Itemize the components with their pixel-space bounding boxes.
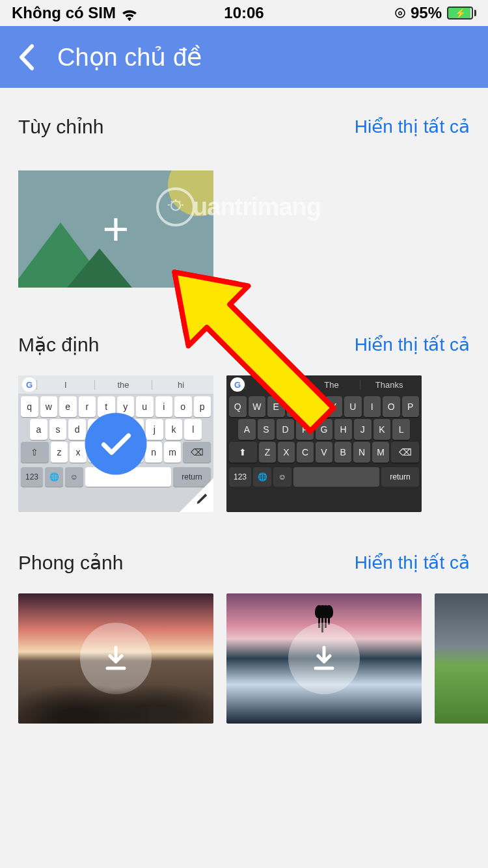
keyboard-key: N (353, 442, 370, 463)
keyboard-key: T (306, 396, 323, 417)
keyboard-key: d (68, 419, 86, 440)
suggestion: Thanks (360, 380, 418, 390)
keyboard-key: O (383, 396, 400, 417)
keyboard-key: V (316, 442, 332, 463)
keyboard-key: Y (325, 396, 343, 417)
keyboard-key: H (334, 419, 352, 440)
keyboard-key: x (70, 442, 87, 463)
keyboard-key: X (278, 442, 295, 463)
watermark-text: uantrimang (193, 193, 321, 221)
section-default: Mặc định Hiển thị tất cả G I the hi qwer… (0, 288, 488, 512)
app-header: Chọn chủ đề (0, 26, 488, 88)
keyboard-key: R (287, 396, 305, 417)
landscape-theme-3[interactable] (435, 593, 488, 724)
globe-icon: 🌐 (253, 467, 271, 487)
keyboard-key: j (146, 419, 163, 440)
svg-point-0 (171, 201, 180, 210)
keyboard-key: m (164, 442, 181, 463)
plus-icon: + (103, 206, 129, 252)
globe-icon: 🌐 (45, 467, 63, 487)
suggestion: I (36, 380, 94, 390)
edit-pencil-icon[interactable] (195, 491, 210, 508)
keyboard-key: n (145, 442, 162, 463)
keyboard-key: I (364, 396, 381, 417)
num-key: 123 (229, 467, 251, 487)
suggestion: hi (152, 380, 210, 390)
download-icon (288, 623, 360, 694)
keyboard-key: M (372, 442, 389, 463)
backspace-key-icon: ⌫ (183, 442, 211, 463)
section-title-custom: Tùy chỉnh (18, 115, 103, 138)
num-key: 123 (21, 467, 43, 487)
keyboard-key: q (21, 396, 38, 417)
watermark-bulb-icon (156, 187, 195, 226)
emoji-icon: ☺ (65, 467, 83, 487)
keyboard-key: k (165, 419, 183, 440)
keyboard-key: o (174, 396, 192, 417)
back-button[interactable] (7, 38, 46, 77)
battery-percent: 95% (411, 4, 442, 22)
show-all-custom[interactable]: Hiển thị tất cả (355, 116, 470, 137)
keyboard-key: s (49, 419, 67, 440)
download-icon (80, 623, 152, 694)
keyboard-key: E (267, 396, 285, 417)
show-all-default[interactable]: Hiển thị tất cả (355, 334, 470, 355)
suggestion: The (303, 380, 360, 390)
keyboard-key: a (30, 419, 47, 440)
emoji-icon: ☺ (273, 467, 291, 487)
keyboard-key: C (297, 442, 314, 463)
section-landscape: Phong cảnh Hiển thị tất cả (0, 512, 488, 724)
lock-icon: ⦾ (395, 6, 405, 21)
keyboard-key: K (373, 419, 391, 440)
keyboard-key: D (277, 419, 294, 440)
status-bar: Không có SIM 10:06 ⦾ 95% ⚡ (0, 0, 488, 26)
watermark: uantrimang (156, 187, 321, 226)
space-key (293, 467, 379, 487)
landscape-theme-1[interactable] (18, 593, 213, 724)
show-all-landscape[interactable]: Hiển thị tất cả (355, 552, 470, 573)
google-icon: G (230, 377, 245, 392)
keyboard-key: p (194, 396, 211, 417)
status-time: 10:06 (224, 4, 264, 22)
backspace-key-icon: ⌫ (391, 442, 419, 463)
theme-dark[interactable]: G I The Thanks QWERTYUIOP ASDFGHJKL ⬆ ZX… (226, 375, 422, 512)
keyboard-key: e (59, 396, 77, 417)
keyboard-key: S (258, 419, 275, 440)
keyboard-key: Z (259, 442, 276, 463)
keyboard-key: w (40, 396, 58, 417)
keyboard-key: Q (229, 396, 247, 417)
selected-checkmark-icon (85, 413, 147, 475)
keyboard-key: U (344, 396, 362, 417)
keyboard-key: B (334, 442, 351, 463)
keyboard-key: A (238, 419, 256, 440)
keyboard-key: L (392, 419, 410, 440)
carrier-text: Không có SIM (12, 4, 116, 22)
keyboard-key: G (316, 419, 333, 440)
keyboard-key: F (296, 419, 314, 440)
page-title: Chọn chủ đề (57, 43, 202, 72)
keyboard-key: l (184, 419, 202, 440)
section-title-default: Mặc định (18, 333, 99, 356)
battery-icon: ⚡ (447, 7, 476, 20)
section-title-landscape: Phong cảnh (18, 551, 123, 574)
return-key: return (381, 467, 419, 487)
keyboard-key: u (136, 396, 154, 417)
keyboard-key: P (402, 396, 420, 417)
keyboard-key: z (51, 442, 68, 463)
google-icon: G (22, 377, 36, 392)
keyboard-key: i (156, 396, 173, 417)
suggestion: the (94, 380, 152, 390)
keyboard-key: J (354, 419, 372, 440)
suggestion: I (245, 380, 303, 390)
landscape-theme-2[interactable] (226, 593, 422, 724)
shift-key-icon: ⬆ (229, 442, 257, 463)
keyboard-key: W (249, 396, 266, 417)
shift-key-icon: ⇧ (21, 442, 49, 463)
keyboard-key: r (79, 396, 96, 417)
theme-light[interactable]: G I the hi qwertyuiop asdfghjkl ⇧ zxcvbn… (18, 375, 213, 512)
wifi-icon (121, 7, 138, 20)
